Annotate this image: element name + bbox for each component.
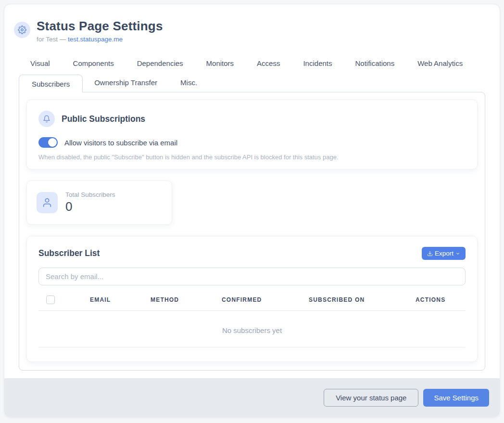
export-button[interactable]: Export	[422, 247, 466, 260]
public-subscriptions-card: Public Subscriptions Allow visitors to s…	[26, 100, 478, 169]
select-all-checkbox[interactable]	[46, 295, 55, 304]
table-header: EMAIL METHOD CONFIRMED SUBSCRIBED ON ACT…	[38, 295, 466, 311]
column-actions: ACTIONS	[416, 296, 466, 303]
tab-components[interactable]: Components	[73, 56, 114, 74]
empty-state-text: No subscribers yet	[222, 326, 282, 334]
subscriber-list-card: Subscriber List Export EMAIL M	[26, 236, 478, 362]
subscriber-list-title: Subscriber List	[38, 248, 100, 258]
tabs: Visual Components Dependencies Monitors …	[19, 56, 485, 92]
tab-subscribers[interactable]: Subscribers	[19, 75, 83, 92]
tab-incidents[interactable]: Incidents	[303, 56, 332, 74]
tabs-row-1: Visual Components Dependencies Monitors …	[19, 56, 485, 74]
export-label: Export	[435, 250, 454, 257]
subscribers-panel: Public Subscriptions Allow visitors to s…	[19, 92, 485, 371]
view-status-page-button[interactable]: View your status page	[324, 389, 418, 407]
settings-window: Status Page Settings for Test — test.sta…	[4, 4, 500, 418]
allow-subscribe-toggle[interactable]	[38, 137, 58, 148]
page-header: Status Page Settings for Test — test.sta…	[4, 4, 500, 43]
select-all-cell	[38, 295, 90, 304]
page-title: Status Page Settings	[37, 19, 163, 34]
tab-web-analytics[interactable]: Web Analytics	[417, 56, 463, 74]
title-block: Status Page Settings for Test — test.sta…	[37, 19, 163, 43]
column-confirmed: CONFIRMED	[222, 296, 309, 303]
stat-text: Total Subscribers 0	[65, 191, 115, 214]
public-subscriptions-header: Public Subscriptions	[38, 111, 466, 127]
tab-access[interactable]: Access	[257, 56, 280, 74]
tab-monitors[interactable]: Monitors	[206, 56, 234, 74]
person-icon	[37, 192, 58, 213]
tab-visual[interactable]: Visual	[30, 56, 50, 74]
subscribe-toggle-row: Allow visitors to subscribe via email	[38, 137, 466, 148]
subscriber-list-header: Subscriber List Export	[38, 247, 466, 260]
save-settings-button[interactable]: Save Settings	[423, 389, 489, 407]
toggle-helper-text: When disabled, the public "Subscribe" bu…	[38, 154, 466, 161]
empty-state-row: No subscribers yet	[38, 311, 466, 347]
page-subtitle: for Test — test.statuspage.me	[37, 36, 163, 43]
column-subscribed-on: SUBSCRIBED ON	[309, 296, 416, 303]
stat-value: 0	[65, 199, 115, 214]
toggle-knob	[48, 138, 57, 147]
column-email: EMAIL	[90, 296, 151, 303]
tab-ownership-transfer[interactable]: Ownership Transfer	[83, 74, 169, 92]
tabs-row-2: Subscribers Ownership Transfer Misc.	[19, 74, 485, 92]
total-subscribers-card: Total Subscribers 0	[26, 180, 172, 225]
stat-label: Total Subscribers	[65, 191, 115, 198]
status-page-link[interactable]: test.statuspage.me	[68, 36, 123, 43]
download-icon	[427, 251, 433, 256]
gear-icon	[14, 22, 30, 38]
column-method: METHOD	[151, 296, 222, 303]
tab-notifications[interactable]: Notifications	[355, 56, 395, 74]
chevron-down-icon	[455, 251, 460, 256]
footer-bar: View your status page Save Settings	[4, 378, 500, 417]
public-subscriptions-title: Public Subscriptions	[62, 114, 145, 124]
tab-dependencies[interactable]: Dependencies	[137, 56, 183, 74]
toggle-label: Allow visitors to subscribe via email	[64, 139, 177, 147]
subtitle-prefix: for Test —	[37, 36, 68, 43]
tab-misc[interactable]: Misc.	[169, 74, 209, 92]
bell-icon	[38, 111, 55, 127]
search-input[interactable]	[38, 268, 466, 285]
